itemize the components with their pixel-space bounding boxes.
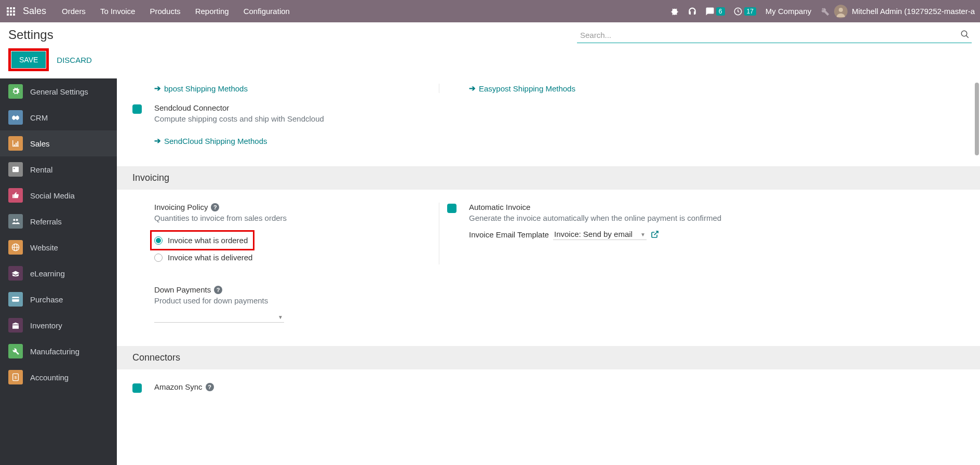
link-bpost[interactable]: ➔ bpost Shipping Methods bbox=[154, 84, 439, 93]
action-bar: SAVE DISCARD bbox=[0, 43, 980, 78]
menu-products[interactable]: Products bbox=[150, 7, 180, 16]
sidebar-item-inventory[interactable]: Inventory bbox=[0, 312, 117, 338]
user-name: Mitchell Admin (19279252-master-a bbox=[852, 7, 975, 16]
chat-badge: 6 bbox=[716, 7, 725, 16]
svg-rect-2 bbox=[13, 7, 15, 9]
svg-point-16 bbox=[13, 219, 15, 221]
section-connectors: Connectors bbox=[117, 346, 980, 369]
amazon-checkbox[interactable] bbox=[132, 383, 142, 393]
sidebar-item-sales[interactable]: Sales bbox=[0, 130, 117, 156]
sidebar-item-label: Accounting bbox=[30, 373, 69, 382]
menu-configuration[interactable]: Configuration bbox=[244, 7, 290, 16]
sidebar-item-label: eLearning bbox=[30, 269, 65, 278]
svg-rect-1 bbox=[10, 7, 12, 9]
auto-invoice-title: Automatic Invoice bbox=[469, 203, 964, 211]
auto-invoice-checkbox[interactable] bbox=[447, 204, 457, 213]
discard-button[interactable]: DISCARD bbox=[57, 56, 92, 64]
gear-icon bbox=[8, 84, 23, 99]
svg-point-11 bbox=[839, 8, 843, 12]
radio-icon bbox=[154, 254, 163, 262]
sidebar-item-website[interactable]: Website bbox=[0, 234, 117, 260]
sidebar-item-label: Website bbox=[30, 243, 58, 252]
key-icon bbox=[8, 162, 23, 177]
link-sendcloud[interactable]: ➔ SendCloud Shipping Methods bbox=[154, 136, 439, 145]
radio-invoice-ordered[interactable]: Invoice what is ordered bbox=[154, 233, 248, 247]
svg-rect-3 bbox=[7, 10, 9, 12]
svg-rect-7 bbox=[10, 14, 12, 16]
settings-content: ➔ bpost Shipping Methods ➔ Easypost Ship… bbox=[117, 78, 980, 465]
sendcloud-checkbox[interactable] bbox=[132, 104, 142, 114]
arrow-icon: ➔ bbox=[154, 84, 161, 93]
auto-invoice-desc: Generate the invoice automatically when … bbox=[469, 214, 964, 222]
svg-rect-4 bbox=[10, 10, 12, 12]
sidebar-item-referrals[interactable]: Referrals bbox=[0, 208, 117, 234]
sidebar-item-manufacturing[interactable]: Manufacturing bbox=[0, 338, 117, 364]
down-payment-product-dropdown[interactable]: ▼ bbox=[154, 310, 284, 323]
sidebar-item-label: CRM bbox=[30, 113, 48, 122]
clock-badge: 17 bbox=[744, 7, 756, 16]
sendcloud-title: Sendcloud Connector bbox=[154, 103, 439, 112]
sendcloud-desc: Compute shipping costs and ship with Sen… bbox=[154, 114, 439, 123]
menu-reporting[interactable]: Reporting bbox=[195, 7, 229, 16]
globe-icon bbox=[8, 240, 23, 255]
sidebar-item-general-settings[interactable]: General Settings bbox=[0, 78, 117, 104]
email-template-label: Invoice Email Template bbox=[469, 230, 549, 239]
down-payments-title: Down Payments ? bbox=[154, 285, 439, 294]
svg-rect-0 bbox=[7, 7, 9, 9]
menu-orders[interactable]: Orders bbox=[62, 7, 86, 16]
sidebar-item-rental[interactable]: Rental bbox=[0, 156, 117, 182]
chart-icon bbox=[8, 136, 23, 151]
section-invoicing: Invoicing bbox=[117, 166, 980, 190]
radio-invoice-delivered[interactable]: Invoice what is delivered bbox=[154, 250, 439, 264]
save-highlight: SAVE bbox=[8, 48, 49, 71]
page-title: Settings bbox=[8, 28, 53, 42]
avatar bbox=[834, 5, 848, 18]
user-menu[interactable]: Mitchell Admin (19279252-master-a bbox=[834, 5, 975, 18]
email-template-dropdown[interactable]: Invoice: Send by email ▼ bbox=[553, 229, 647, 240]
tools-icon[interactable] bbox=[821, 7, 830, 16]
clock-icon[interactable]: 17 bbox=[733, 7, 756, 16]
apps-icon[interactable] bbox=[5, 6, 17, 17]
help-icon[interactable]: ? bbox=[211, 203, 219, 211]
top-navigation: Sales Orders To Invoice Products Reporti… bbox=[0, 0, 980, 22]
sidebar-item-label: Manufacturing bbox=[30, 347, 79, 356]
save-button[interactable]: SAVE bbox=[11, 51, 46, 68]
page-header: Settings bbox=[0, 22, 980, 43]
external-link-icon[interactable] bbox=[651, 230, 659, 238]
svg-rect-5 bbox=[13, 10, 15, 12]
help-icon[interactable]: ? bbox=[214, 286, 222, 294]
sidebar-item-elearning[interactable]: eLearning bbox=[0, 260, 117, 286]
sidebar-item-label: Rental bbox=[30, 165, 52, 174]
radio-icon bbox=[154, 236, 163, 245]
radio-highlight: Invoice what is ordered bbox=[150, 230, 254, 250]
scrollbar-thumb[interactable] bbox=[975, 83, 979, 155]
menu-to-invoice[interactable]: To Invoice bbox=[100, 7, 136, 16]
link-easypost[interactable]: ➔ Easypost Shipping Methods bbox=[469, 84, 964, 93]
svg-point-17 bbox=[16, 219, 18, 221]
svg-rect-14 bbox=[12, 167, 19, 172]
chat-icon[interactable]: 6 bbox=[705, 7, 725, 16]
svg-line-13 bbox=[966, 35, 969, 38]
svg-rect-8 bbox=[13, 14, 15, 16]
svg-rect-6 bbox=[7, 14, 9, 16]
invoicing-policy-desc: Quantities to invoice from sales orders bbox=[154, 214, 439, 222]
settings-sidebar: General Settings CRM Sales Rental Social… bbox=[0, 78, 117, 465]
graduation-icon bbox=[8, 266, 23, 281]
help-icon[interactable]: ? bbox=[206, 383, 214, 391]
search-icon[interactable] bbox=[960, 30, 970, 39]
sidebar-item-label: General Settings bbox=[30, 87, 88, 96]
arrow-icon: ➔ bbox=[154, 136, 161, 145]
card-icon bbox=[8, 292, 23, 307]
search-input[interactable] bbox=[577, 28, 972, 43]
sidebar-item-crm[interactable]: CRM bbox=[0, 104, 117, 130]
sidebar-item-purchase[interactable]: Purchase bbox=[0, 286, 117, 312]
bug-icon[interactable] bbox=[670, 7, 679, 16]
chevron-down-icon: ▼ bbox=[640, 232, 646, 237]
sidebar-item-label: Social Media bbox=[30, 191, 75, 200]
sidebar-item-social-media[interactable]: Social Media bbox=[0, 182, 117, 208]
box-icon bbox=[8, 318, 23, 333]
company-name[interactable]: My Company bbox=[766, 7, 811, 16]
support-icon[interactable] bbox=[688, 7, 697, 16]
app-brand[interactable]: Sales bbox=[23, 6, 46, 17]
sidebar-item-accounting[interactable]: $ Accounting bbox=[0, 364, 117, 390]
